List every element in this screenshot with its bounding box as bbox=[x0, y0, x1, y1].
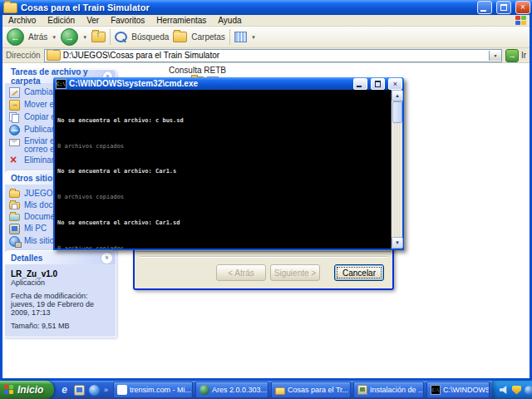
folder-icon bbox=[3, 2, 17, 13]
minimize-button[interactable] bbox=[477, 1, 492, 14]
cmd-window: C:\WINDOWS\system32\cmd.exe × No se encu… bbox=[53, 77, 404, 250]
cmd-title: C:\WINDOWS\system32\cmd.exe bbox=[69, 79, 350, 88]
menu-item[interactable]: Ver bbox=[81, 15, 105, 26]
scroll-thumb[interactable] bbox=[392, 101, 402, 123]
address-folder-icon bbox=[47, 50, 61, 61]
menu-bar: Archivo Edición Ver Favoritos Herramient… bbox=[2, 15, 530, 27]
menu-item[interactable]: Favoritos bbox=[105, 15, 150, 26]
other-places-title: Otros sitios bbox=[11, 174, 57, 183]
start-label: Inicio bbox=[17, 384, 43, 396]
search-icon[interactable] bbox=[115, 32, 127, 42]
taskbar-window-button[interactable]: C:\WINDOWS\s... bbox=[426, 382, 490, 398]
address-label: Dirección bbox=[6, 51, 41, 60]
toolbar-separator bbox=[229, 29, 230, 45]
scroll-up-icon[interactable]: ▲ bbox=[392, 90, 403, 101]
taskbar-button-label: Instalación de ... bbox=[370, 386, 424, 394]
cmd-restore-button[interactable] bbox=[371, 78, 385, 90]
close-button[interactable]: × bbox=[515, 1, 530, 14]
show-desktop-icon[interactable] bbox=[74, 385, 85, 396]
back-dropdown-icon[interactable]: ▼ bbox=[52, 35, 57, 40]
back-button[interactable]: ← bbox=[7, 28, 24, 46]
details-modified: Fecha de modificación: jueves, 19 de Feb… bbox=[11, 292, 111, 317]
place-item-icon bbox=[9, 190, 20, 198]
console-output: No se encuentra el archivo: c bus.sd 0 a… bbox=[55, 90, 391, 249]
internet-explorer-icon[interactable]: e bbox=[59, 385, 70, 396]
cmd-scrollbar[interactable]: ▲ ▼ bbox=[391, 90, 402, 249]
cancel-button[interactable]: Cancelar bbox=[334, 264, 384, 281]
cmd-minimize-button[interactable] bbox=[353, 78, 367, 90]
search-label[interactable]: Búsqueda bbox=[131, 32, 169, 42]
taskbar: Inicio e » trensim.com - Mi... Ares 2.0.… bbox=[0, 381, 532, 399]
next-button[interactable]: Siguiente > bbox=[270, 264, 320, 281]
console-line: No se encuentra el archivo: c bus.sd bbox=[57, 118, 391, 125]
console-line: 0 archivos copiados bbox=[57, 195, 391, 201]
back-label: Atrás bbox=[28, 32, 47, 42]
details-file-type: Aplicación bbox=[11, 278, 111, 287]
address-input[interactable]: D:\JUEGOS\Cosas para el Train Simulator … bbox=[44, 49, 502, 62]
details-header[interactable]: Detalles » bbox=[5, 251, 116, 264]
folders-icon[interactable] bbox=[173, 32, 187, 42]
taskbar-button-label: trensim.com - Mi... bbox=[130, 386, 191, 394]
place-item-icon bbox=[9, 224, 20, 234]
taskbar-button-icon bbox=[357, 385, 367, 395]
cmd-close-button[interactable]: × bbox=[388, 78, 402, 90]
task-item-icon bbox=[9, 139, 20, 146]
volume-icon[interactable] bbox=[500, 386, 509, 395]
windows-logo-icon bbox=[515, 16, 528, 26]
place-item-icon bbox=[9, 202, 20, 209]
place-item-label: Mi PC bbox=[24, 224, 47, 234]
explorer-titlebar[interactable]: Cosas para el Train Simulator × bbox=[0, 0, 532, 15]
taskbar-window-button[interactable]: trensim.com - Mi... bbox=[113, 382, 193, 398]
forward-dropdown-icon[interactable]: ▼ bbox=[82, 35, 87, 40]
start-button[interactable]: Inicio bbox=[0, 381, 54, 399]
go-arrow-icon: → bbox=[505, 49, 519, 62]
go-label: Ir bbox=[521, 51, 526, 60]
taskbar-button-icon bbox=[431, 385, 441, 395]
wizard-separator bbox=[140, 256, 387, 257]
console-line: No se encuentra el archivo: Car1.sd bbox=[57, 220, 391, 227]
details-panel: Detalles » LR_Zu_v1.0 Aplicación Fecha d… bbox=[4, 250, 116, 337]
task-buttons: trensim.com - Mi... Ares 2.0.0.303... Co… bbox=[113, 382, 492, 398]
task-item-icon bbox=[9, 87, 20, 98]
up-button[interactable]: ↑ bbox=[91, 32, 106, 42]
quick-launch-overflow-icon[interactable]: » bbox=[104, 386, 108, 394]
console-line: 0 archivos copiados bbox=[57, 144, 391, 150]
menu-item[interactable]: Edición bbox=[42, 15, 81, 26]
details-size: Tamaño: 9,51 MB bbox=[11, 322, 111, 330]
folders-label[interactable]: Carpetas bbox=[191, 32, 225, 42]
menu-item[interactable]: Ayuda bbox=[212, 15, 247, 26]
taskbar-button-icon bbox=[200, 385, 209, 395]
forward-button[interactable]: → bbox=[61, 28, 78, 46]
taskbar-window-button[interactable]: Cosas para el Tr... bbox=[271, 382, 351, 398]
cmd-icon bbox=[56, 79, 66, 89]
toolbar-separator bbox=[110, 29, 111, 45]
collapse-chevron-icon[interactable]: » bbox=[101, 252, 113, 264]
console-line: 0 archivos copiados bbox=[57, 246, 391, 249]
quick-launch-icon[interactable] bbox=[89, 385, 100, 396]
menu-item[interactable]: Archivo bbox=[2, 15, 42, 26]
menu-item[interactable]: Herramientas bbox=[150, 15, 212, 26]
taskbar-window-button[interactable]: Ares 2.0.0.303... bbox=[195, 382, 268, 398]
window-title: Cosas para el Train Simulator bbox=[21, 2, 473, 12]
details-body: LR_Zu_v1.0 Aplicación Fecha de modificac… bbox=[5, 264, 116, 337]
address-dropdown-icon[interactable]: ▼ bbox=[489, 51, 501, 61]
scroll-down-icon[interactable]: ▼ bbox=[392, 237, 403, 249]
cmd-titlebar[interactable]: C:\WINDOWS\system32\cmd.exe × bbox=[53, 77, 404, 90]
messenger-icon[interactable] bbox=[525, 386, 532, 395]
views-icon[interactable] bbox=[234, 32, 247, 42]
taskbar-window-button[interactable]: Instalación de ... bbox=[353, 382, 424, 398]
task-item-icon bbox=[9, 112, 20, 123]
taskbar-button-icon bbox=[117, 385, 127, 395]
details-title: Detalles bbox=[11, 254, 42, 263]
file-item-label: Consulta RETB bbox=[169, 66, 226, 75]
task-item-icon bbox=[9, 155, 20, 166]
security-shield-icon[interactable] bbox=[512, 386, 521, 395]
views-dropdown-icon[interactable]: ▼ bbox=[251, 35, 256, 40]
back-button[interactable]: < Atrás bbox=[216, 264, 266, 281]
go-button[interactable]: → Ir bbox=[505, 49, 526, 62]
cmd-body: No se encuentra el archivo: c bus.sd 0 a… bbox=[55, 90, 402, 249]
restore-button[interactable] bbox=[496, 1, 511, 14]
wizard-buttons: < Atrás Siguiente > Cancelar bbox=[216, 264, 384, 281]
taskbar-button-label: Cosas para el Tr... bbox=[288, 386, 348, 394]
task-item-icon bbox=[9, 125, 20, 135]
